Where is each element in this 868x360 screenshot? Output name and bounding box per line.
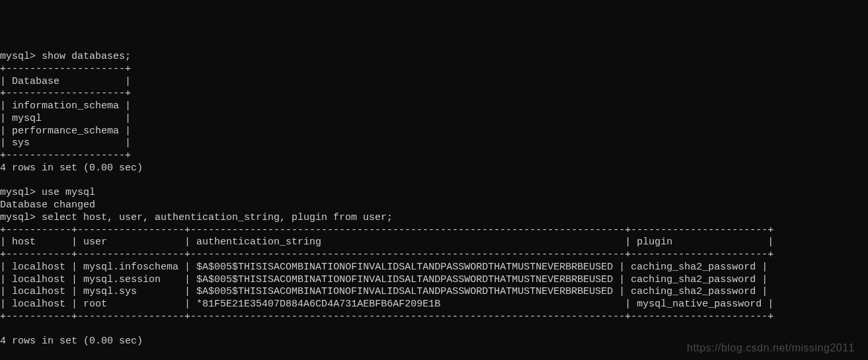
table-header-row: | host | user | authentication_string | … (0, 236, 868, 249)
cell-value: performance_schema (12, 126, 119, 137)
blank-line (0, 324, 868, 336)
table-border: +-----------+------------------+--------… (0, 249, 868, 262)
col-header-database: Database (12, 76, 59, 87)
cmd-line-2: mysql> use mysql (0, 187, 868, 199)
col-header-host: host (12, 236, 36, 248)
command-text: show databases; (42, 51, 131, 62)
cell-plugin: mysql_native_password (637, 299, 762, 310)
cell-auth: *81F5E21E35407D884A6CD4A731AEBFB6AF209E1… (196, 299, 440, 310)
cell-user: root (83, 299, 107, 310)
table-border: +--------------------+ (0, 88, 868, 100)
table-row: | localhost | root | *81F5E21E35407D884A… (0, 299, 868, 311)
cell-plugin: caching_sha2_password (631, 262, 756, 273)
cell-user: mysql.sys (83, 286, 137, 297)
cell-host: localhost (12, 299, 65, 310)
cell-user: mysql.infoschema (83, 262, 178, 273)
table-row: | localhost | mysql.session | $A$005$THI… (0, 274, 868, 287)
cell-value: mysql (12, 113, 42, 124)
table-border: +-----------+------------------+--------… (0, 225, 868, 237)
table-row: | localhost | mysql.sys | $A$005$THISISA… (0, 286, 868, 299)
cell-host: localhost (12, 262, 65, 273)
command-text: use mysql (42, 187, 95, 198)
table-row: | sys | (0, 137, 868, 150)
cell-host: localhost (12, 286, 65, 297)
status-message: Database changed (0, 199, 868, 212)
watermark-text: https://blog.csdn.net/missing2011 (687, 342, 855, 355)
cell-auth: $A$005$THISISACOMBINATIONOFINVALIDSALTAN… (196, 262, 613, 273)
prompt: mysql> (0, 187, 36, 198)
cmd-line-1: mysql> show databases; (0, 51, 868, 63)
table-border: +-----------+------------------+--------… (0, 311, 868, 324)
table-row: | information_schema | (0, 100, 868, 113)
cell-value: sys (12, 137, 30, 149)
table-header-row: | Database | (0, 76, 868, 89)
table-row: | localhost | mysql.infoschema | $A$005$… (0, 262, 868, 274)
blank-line (0, 175, 868, 188)
cell-value: information_schema (12, 100, 119, 112)
cell-plugin: caching_sha2_password (631, 274, 756, 285)
terminal-output: mysql> show databases;+-----------------… (0, 50, 868, 360)
cell-plugin: caching_sha2_password (631, 286, 756, 297)
cell-host: localhost (12, 274, 65, 285)
table-border: +--------------------+ (0, 150, 868, 162)
table-border: +--------------------+ (0, 63, 868, 76)
prompt: mysql> (0, 51, 36, 62)
col-header-auth: authentication_string (196, 236, 321, 248)
table-row: | performance_schema | (0, 126, 868, 138)
col-header-user: user (83, 236, 107, 248)
cmd-line-3: mysql> select host, user, authentication… (0, 212, 868, 225)
prompt: mysql> (0, 212, 36, 223)
table-row: | mysql | (0, 113, 868, 126)
cell-user: mysql.session (83, 274, 161, 285)
command-text: select host, user, authentication_string… (42, 212, 393, 223)
result-summary: 4 rows in set (0.00 sec) (0, 162, 868, 175)
col-header-plugin: plugin (637, 236, 672, 248)
cell-auth: $A$005$THISISACOMBINATIONOFINVALIDSALTAN… (196, 286, 613, 297)
cell-auth: $A$005$THISISACOMBINATIONOFINVALIDSALTAN… (196, 274, 613, 285)
